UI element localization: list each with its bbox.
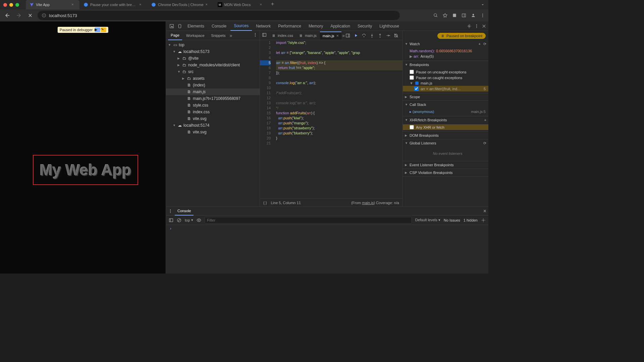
browser-tab-mdn[interactable]: M MDN Web Docs × [214, 0, 268, 9]
resume-icon[interactable]: ▶ [95, 27, 100, 32]
code-editor[interactable]: 123456789101112131415161718192021 import… [260, 40, 402, 198]
console-context[interactable]: top ▾ [185, 218, 193, 222]
close-devtools-icon[interactable] [482, 24, 486, 28]
browser-tab-devtools[interactable]: Chrome DevTools | Chrome × [148, 0, 214, 9]
tab-network[interactable]: Network [253, 21, 274, 31]
tree-main[interactable]: 🗎main.js [166, 88, 260, 95]
console-hidden[interactable]: 1 hidden [464, 218, 478, 222]
callstack-header[interactable]: ▼Call Stack [403, 101, 488, 108]
profile-icon[interactable] [471, 13, 476, 18]
menu-icon[interactable] [480, 13, 485, 18]
tree-vitesvg2[interactable]: 🗎vite.svg [166, 129, 260, 135]
resume-icon[interactable] [354, 33, 358, 38]
source-link[interactable]: main.js [362, 201, 374, 205]
console-settings-icon[interactable] [481, 218, 486, 223]
bp-file[interactable]: ▼main.js [410, 80, 486, 86]
step-out-icon[interactable] [378, 33, 382, 38]
console-body[interactable]: › [166, 225, 488, 274]
tab-close-icon[interactable]: × [139, 2, 144, 7]
tab-application[interactable]: Application [327, 21, 354, 31]
tab-memory[interactable]: Memory [305, 21, 326, 31]
stack-frame[interactable]: ▸ (anonymous)main.js:5 [410, 109, 486, 115]
close-tab-icon[interactable]: × [336, 33, 339, 38]
console-filter[interactable] [205, 217, 412, 224]
refresh-watch-icon[interactable]: ⟳ [483, 42, 486, 46]
tree-vite[interactable]: ▶🗀@vite [166, 55, 260, 62]
new-tab-button[interactable]: + [269, 0, 277, 8]
tab-close-icon[interactable]: × [260, 2, 265, 7]
bp-caught[interactable]: Pause on caught exceptions [410, 75, 486, 80]
tab-performance[interactable]: Performance [275, 21, 305, 31]
forward-button[interactable] [15, 11, 23, 19]
tree-assets[interactable]: ▶🗀assets [166, 75, 260, 82]
inspect-icon[interactable] [168, 24, 175, 28]
xhr-header[interactable]: ▼XHR/fetch Breakpoints+ [403, 116, 488, 124]
more-tabs-icon[interactable]: » [342, 33, 345, 38]
tree-index[interactable]: 🗎(index) [166, 82, 260, 88]
more-subtabs-icon[interactable]: » [229, 33, 232, 38]
subtab-page[interactable]: Page [168, 31, 182, 40]
minimize-window[interactable] [9, 3, 13, 7]
tree-src[interactable]: ▼🗀src [166, 68, 260, 75]
tab-security[interactable]: Security [354, 21, 375, 31]
tree-indexcss[interactable]: 🗎index.css [166, 109, 260, 115]
zoom-icon[interactable] [433, 13, 438, 18]
tab-elements[interactable]: Elements [184, 21, 208, 31]
close-drawer-icon[interactable]: × [483, 208, 486, 214]
console-issues[interactable]: No Issues [444, 218, 460, 222]
browser-tab-pause[interactable]: Pause your code with breakp × [80, 0, 147, 9]
step-over-icon[interactable] [362, 33, 366, 38]
console-sidebar-icon[interactable] [169, 218, 173, 223]
global-listeners-header[interactable]: ▼Global Listeners⟳ [403, 139, 488, 147]
tree-top[interactable]: ▼▭top [166, 42, 260, 48]
refresh-listeners-icon[interactable]: ⟳ [483, 141, 486, 145]
subtab-snippets[interactable]: Snippets [209, 31, 228, 40]
tree-nodemodules[interactable]: ▶🗀node_modules/vite/dist/client [166, 62, 260, 68]
step-icon[interactable] [386, 33, 390, 38]
chevron-down-icon[interactable] [480, 2, 485, 7]
add-xhr-icon[interactable]: + [484, 118, 486, 122]
device-icon[interactable] [176, 24, 183, 28]
editor-tab-mainjs[interactable]: 🗎main.js [297, 32, 319, 40]
close-window[interactable] [3, 3, 7, 7]
step-icon[interactable]: ↷ [101, 27, 106, 32]
add-watch-icon[interactable]: + [479, 42, 481, 46]
watch-header[interactable]: ▼Watch+⟳ [403, 40, 488, 48]
dom-bp-header[interactable]: ▶DOM Breakpoints [403, 132, 488, 139]
settings-icon[interactable] [467, 24, 472, 28]
tab-sources[interactable]: Sources [230, 21, 252, 31]
bookmark-icon[interactable] [443, 13, 447, 18]
bp-entry[interactable]: arr = arr.filter((fruit, ind…5 [403, 86, 488, 92]
extensions-icon[interactable] [452, 13, 457, 18]
event-bp-header[interactable]: ▶Event Listener Breakpoints [403, 161, 488, 169]
console-tab[interactable]: Console [175, 207, 194, 216]
sidepanel-icon[interactable] [462, 13, 466, 18]
bp-uncaught[interactable]: Pause on uncaught exceptions [410, 69, 486, 75]
tab-lighthouse[interactable]: Lighthouse [376, 21, 402, 31]
toggle-sidebar-icon[interactable] [345, 33, 350, 38]
breakpoints-header[interactable]: ▼Breakpoints [403, 61, 488, 68]
toggle-nav-icon[interactable] [262, 33, 269, 38]
watch-item[interactable]: ▶ arr: Array(5) [410, 54, 486, 59]
pretty-print-icon[interactable]: { } [263, 201, 267, 205]
tree-host1[interactable]: ▼☁localhost:5173 [166, 48, 260, 55]
csp-bp-header[interactable]: ▶CSP Violation Breakpoints [403, 169, 488, 176]
url-bar[interactable]: localhost:5173 [38, 11, 400, 20]
tree-maints[interactable]: 🗎main.js?t=1710695568097 [166, 95, 260, 102]
subtab-workspace[interactable]: Workspace [183, 31, 207, 40]
more-icon[interactable] [253, 33, 258, 37]
browser-tab-vite[interactable]: Vite App × [26, 0, 79, 9]
deactivate-bp-icon[interactable] [394, 33, 398, 38]
maximize-window[interactable] [15, 3, 19, 7]
tab-close-icon[interactable]: × [71, 2, 76, 7]
live-expr-icon[interactable] [197, 218, 201, 223]
tree-style[interactable]: 🗎style.css [166, 102, 260, 109]
editor-tab-mainjs-active[interactable]: main.js× [320, 32, 341, 40]
reload-button[interactable] [26, 11, 34, 19]
tab-console[interactable]: Console [208, 21, 230, 31]
tree-host2[interactable]: ▼☁localhost:5174 [166, 122, 260, 129]
editor-tab-indexcss[interactable]: 🗎index.css [269, 32, 296, 40]
tree-vitesvg[interactable]: 🗎vite.svg [166, 115, 260, 122]
clear-console-icon[interactable] [177, 218, 181, 223]
back-button[interactable] [3, 11, 11, 19]
